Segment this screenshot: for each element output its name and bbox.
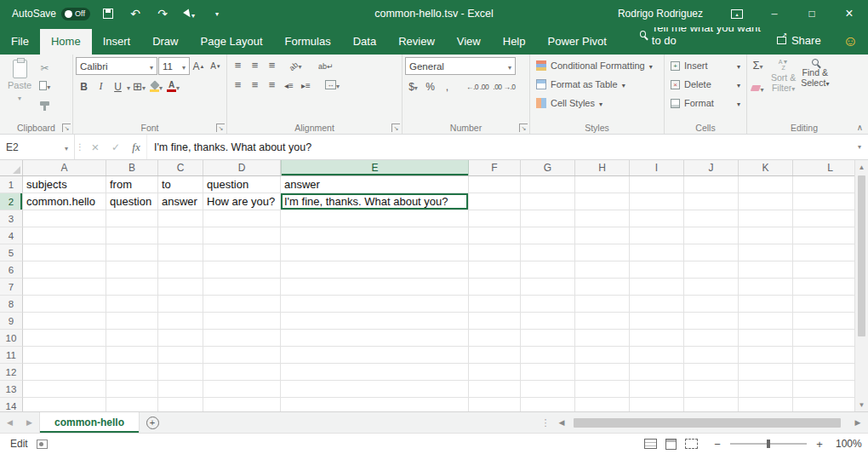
cell-C10[interactable] [158,330,203,347]
find-select-button[interactable]: Find &Select [799,57,831,121]
cancel-entry-button[interactable] [85,135,106,159]
cell-A12[interactable] [23,364,106,381]
cell-G2[interactable] [521,193,575,210]
borders-button[interactable] [131,78,147,95]
underline-button[interactable]: U [110,78,126,95]
paste-button[interactable]: Paste [3,57,37,121]
tab-view[interactable]: View [446,29,492,55]
comma-style-button[interactable]: , [439,78,455,95]
cell-K8[interactable] [739,296,793,313]
customize-qat-button[interactable] [208,4,226,23]
font-name-combo[interactable]: Calibri [76,57,157,75]
cell-B12[interactable] [106,364,158,381]
column-header-A[interactable]: A [23,160,106,175]
cell-A9[interactable] [23,313,106,330]
feedback-button[interactable]: ☺ [833,34,868,55]
cell-J1[interactable] [684,176,739,193]
cell-J10[interactable] [684,330,739,347]
cell-B4[interactable] [106,227,158,244]
cell-B13[interactable] [106,381,158,398]
cell-D13[interactable] [203,381,281,398]
cell-A11[interactable] [23,347,106,364]
format-painter-button[interactable] [37,95,53,112]
cut-button[interactable] [37,60,53,76]
tab-splitter-handle[interactable]: ⋮ [540,412,551,433]
confirm-entry-button[interactable] [106,135,126,159]
row-header-9[interactable]: 9 [0,313,23,330]
copy-button[interactable] [37,78,53,94]
cell-C14[interactable] [158,398,203,411]
cell-J4[interactable] [684,227,739,244]
cell-E11[interactable] [281,347,469,364]
merge-center-button[interactable] [323,77,341,93]
cell-E10[interactable] [281,330,469,347]
horizontal-scroll-track[interactable] [572,417,848,428]
cell-E13[interactable] [281,381,469,398]
cell-D9[interactable] [203,313,281,330]
cell-C13[interactable] [158,381,203,398]
cell-I7[interactable] [630,279,684,296]
cell-D14[interactable] [203,398,281,411]
cell-J5[interactable] [684,244,739,261]
cell-F7[interactable] [469,279,521,296]
cell-G4[interactable] [521,227,575,244]
macro-record-icon[interactable] [37,440,48,449]
cell-A13[interactable] [23,381,106,398]
cell-F3[interactable] [469,210,521,227]
next-sheet-arrow[interactable] [20,412,39,433]
autosum-button[interactable]: Σ [750,57,766,73]
tab-draw[interactable]: Draw [141,29,189,55]
cell-H6[interactable] [575,261,630,279]
previous-sheet-arrow[interactable] [0,412,20,433]
expand-formula-bar-button[interactable] [851,135,868,159]
cell-J3[interactable] [684,210,739,227]
cell-I10[interactable] [630,330,684,347]
cell-I6[interactable] [630,261,684,279]
cell-I2[interactable] [630,193,684,210]
cell-K6[interactable] [739,261,793,279]
horizontal-scrollbar[interactable] [551,412,868,433]
formula-input[interactable]: I'm fine, thanks. What about you? [146,135,851,159]
cell-G3[interactable] [521,210,575,227]
zoom-level[interactable]: 100% [836,438,868,450]
cell-G5[interactable] [521,244,575,261]
cell-H9[interactable] [575,313,630,330]
cell-D3[interactable] [203,210,281,227]
column-header-F[interactable]: F [469,160,521,175]
cell-C7[interactable] [158,279,203,296]
column-header-D[interactable]: D [203,160,281,175]
column-header-I[interactable]: I [630,160,684,175]
column-header-C[interactable]: C [158,160,203,175]
cell-H12[interactable] [575,364,630,381]
row-header-7[interactable]: 7 [0,279,23,296]
save-button[interactable] [99,4,117,23]
row-header-10[interactable]: 10 [0,330,23,347]
zoom-in-button[interactable]: + [814,438,825,451]
page-layout-view-icon[interactable] [665,439,677,450]
cell-I9[interactable] [630,313,684,330]
undo-button[interactable]: ↶ [126,4,145,23]
cell-F6[interactable] [469,261,521,279]
delete-cells-button[interactable]: ×Delete [667,76,744,93]
cell-B7[interactable] [106,279,158,296]
tab-file[interactable]: File [0,29,40,55]
cell-I11[interactable] [630,347,684,364]
sort-filter-button[interactable]: A▼ Z Sort &Filter [769,57,797,121]
vertical-scroll-track[interactable] [855,174,868,398]
underline-dropdown[interactable] [127,81,130,93]
align-middle-button[interactable] [247,57,263,73]
cell-I12[interactable] [630,364,684,381]
cell-A5[interactable] [23,244,106,261]
align-bottom-button[interactable] [264,57,280,73]
cell-H4[interactable] [575,227,630,244]
cell-F11[interactable] [469,347,521,364]
cell-D7[interactable] [203,279,281,296]
cell-B3[interactable] [106,210,158,227]
horizontal-scroll-thumb[interactable] [574,418,841,428]
cell-G11[interactable] [521,347,575,364]
cell-K11[interactable] [739,347,793,364]
row-header-14[interactable]: 14 [0,398,23,411]
cell-E5[interactable] [281,244,469,261]
font-dialog-launcher[interactable] [216,124,225,132]
name-box[interactable]: E2 [0,135,75,159]
